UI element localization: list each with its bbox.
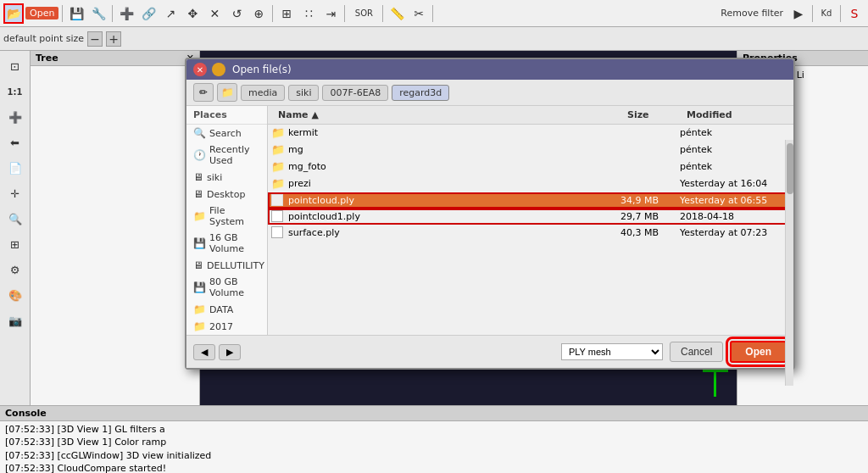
col-header-modified[interactable]: Modified xyxy=(680,108,790,122)
arrow-button[interactable]: ↗ xyxy=(160,3,181,24)
kd-button[interactable]: Kd xyxy=(816,3,837,24)
desktop-icon: 🖥 xyxy=(193,188,203,200)
nav-folder-icon[interactable]: 📁 xyxy=(217,83,237,102)
dialog-title-left: ✕ Open file(s) xyxy=(193,63,292,76)
palette-button[interactable]: 🎨 xyxy=(3,283,27,307)
file-row-kermit[interactable]: 📁 kermit péntek xyxy=(268,125,793,142)
main-toolbar: 📂 Open 💾 🔧 ➕ 🔗 ↗ ✥ ✕ ↺ ⊕ ⊞ ∷ ⇥ SOR 📏 ✂ R… xyxy=(0,0,868,27)
place-data[interactable]: 📁 DATA xyxy=(186,301,267,318)
place-2017[interactable]: 📁 2017 xyxy=(186,318,267,335)
file-modified-kermit: péntek xyxy=(680,127,790,138)
breadcrumb-bar: ✏ 📁 media siki 007F-6EA8 regard3d xyxy=(186,80,793,106)
place-16gb-label: 16 GB Volume xyxy=(209,232,260,254)
layers-button[interactable]: 📄 xyxy=(3,156,27,180)
dellutility-icon: 🖥 xyxy=(193,259,203,271)
nav-prev-button[interactable]: ◀ xyxy=(193,344,215,360)
toolbar-sep-3 xyxy=(272,5,273,22)
place-recently-used-label: Recently Used xyxy=(209,144,260,166)
pointsize-increase[interactable]: + xyxy=(106,31,121,47)
16gb-icon: 💾 xyxy=(193,237,206,249)
breadcrumb-007f[interactable]: 007F-6EA8 xyxy=(322,85,388,101)
place-desktop[interactable]: 🖥 Desktop xyxy=(186,186,267,203)
cc-logo: S xyxy=(844,3,865,24)
zoom-fit-button[interactable]: ⊡ xyxy=(3,54,27,78)
open-button-dialog[interactable]: Open xyxy=(730,341,787,363)
filetype-select[interactable]: PLY mesh xyxy=(561,343,663,360)
save-button[interactable]: 💾 xyxy=(66,3,86,24)
nav-back-icon[interactable]: ✏ xyxy=(193,83,214,102)
toolbar-sep-7 xyxy=(812,5,813,22)
place-siki[interactable]: 🖥 siki xyxy=(186,169,267,186)
sor-button[interactable]: SOR xyxy=(348,3,379,24)
data-icon: 📁 xyxy=(193,303,206,315)
toolbar-sep-8 xyxy=(840,5,841,22)
file-row-mgfoto[interactable]: 📁 mg_foto péntek xyxy=(268,159,793,175)
connect-button[interactable]: 🔗 xyxy=(138,3,159,24)
add-view-button[interactable]: ➕ xyxy=(3,105,27,129)
cancel-button[interactable]: Cancel xyxy=(670,342,723,362)
filter-arrow[interactable]: ▶ xyxy=(788,3,809,24)
pointsize-decrease[interactable]: − xyxy=(87,31,103,47)
file-name-pointcloud1: pointcloud1.ply xyxy=(271,210,620,222)
nav-next-button[interactable]: ▶ xyxy=(219,344,241,360)
grid-button[interactable]: ⊞ xyxy=(276,3,297,24)
place-data-label: DATA xyxy=(209,304,233,315)
delete-button[interactable]: ✕ xyxy=(204,3,225,24)
place-80gb[interactable]: 💾 80 GB Volume xyxy=(186,274,267,301)
folder-icon-mg: 📁 xyxy=(271,143,285,156)
file-modified-pointcloud: Yesterday at 06:55 xyxy=(680,195,790,206)
place-filesystem[interactable]: 📁 File System xyxy=(186,203,267,230)
pointsize-label: default point size xyxy=(3,33,84,44)
zoom-1to1-button[interactable]: 1:1 xyxy=(3,80,27,103)
file-name-prezi: 📁 prezi xyxy=(271,177,620,190)
section-button[interactable]: ✂ xyxy=(409,3,429,24)
place-siki-label: siki xyxy=(207,172,222,183)
console-body: [07:52:33] [3D View 1] GL filters a [07:… xyxy=(0,421,868,473)
breadcrumb-media[interactable]: media xyxy=(241,85,285,101)
rotate-button[interactable]: ↺ xyxy=(226,3,247,24)
back-button[interactable]: ⬅ xyxy=(3,131,27,154)
search-view-button[interactable]: 🔍 xyxy=(3,207,27,231)
add-button[interactable]: ➕ xyxy=(116,3,136,24)
dialog-close-button[interactable]: ✕ xyxy=(193,63,207,76)
col-header-name[interactable]: Name ▲ xyxy=(271,108,620,122)
place-desktop-label: Desktop xyxy=(207,189,245,200)
dialog-min-button[interactable] xyxy=(212,63,225,76)
camera-button[interactable]: 📷 xyxy=(3,309,27,332)
scrollbar-thumb[interactable] xyxy=(787,143,793,194)
place-2017-label: 2017 xyxy=(209,321,233,332)
place-search[interactable]: 🔍 Search xyxy=(186,125,267,142)
footer-left: ◀ ▶ xyxy=(193,344,241,360)
place-16gb[interactable]: 💾 16 GB Volume xyxy=(186,230,267,257)
tree-panel: Tree ✕ xyxy=(31,51,200,405)
file-row-prezi[interactable]: 📁 prezi Yesterday at 16:04 xyxy=(268,175,793,192)
file-row-surface[interactable]: surface.ply 40,3 MB Yesterday at 07:23 xyxy=(268,225,793,241)
file-row-pointcloud1[interactable]: pointcloud1.ply 29,7 MB 2018-04-18 xyxy=(268,209,793,225)
col-header-size[interactable]: Size xyxy=(620,108,680,122)
move-button[interactable]: ✥ xyxy=(182,3,203,24)
settings-button[interactable]: ⚙ xyxy=(3,258,27,281)
scale-button[interactable]: ⊕ xyxy=(248,3,269,24)
file-row-mg[interactable]: 📁 mg péntek xyxy=(268,142,793,159)
breadcrumb-siki[interactable]: siki xyxy=(288,85,319,101)
normals-button[interactable]: ⇥ xyxy=(320,3,341,24)
file-name-pointcloud: pointcloud.ply xyxy=(271,194,620,206)
measure-button[interactable]: 📏 xyxy=(387,3,407,24)
filter-button[interactable]: ⊞ xyxy=(3,232,27,256)
place-search-label: Search xyxy=(209,128,242,139)
filesystem-icon: 📁 xyxy=(193,210,206,222)
move-view-button[interactable]: ✛ xyxy=(3,181,27,205)
open-button[interactable]: 📂 xyxy=(3,3,24,24)
breadcrumb-regard3d[interactable]: regard3d xyxy=(392,85,449,101)
points-button[interactable]: ∷ xyxy=(298,3,319,24)
properties-button[interactable]: 🔧 xyxy=(88,3,108,24)
file-row-pointcloud[interactable]: pointcloud.ply 34,9 MB Yesterday at 06:5… xyxy=(268,192,793,209)
files-header: Name ▲ Size Modified xyxy=(268,106,793,125)
80gb-icon: 💾 xyxy=(193,281,206,293)
console-panel: Console [07:52:33] [3D View 1] GL filter… xyxy=(0,405,868,473)
place-recently-used[interactable]: 🕐 Recently Used xyxy=(186,142,267,169)
place-80gb-label: 80 GB Volume xyxy=(209,276,260,298)
scrollbar-track[interactable] xyxy=(785,140,793,386)
place-dellutility[interactable]: 🖥 DELLUTILITY xyxy=(186,257,267,274)
remove-filter-label: Remove filter xyxy=(717,8,787,19)
